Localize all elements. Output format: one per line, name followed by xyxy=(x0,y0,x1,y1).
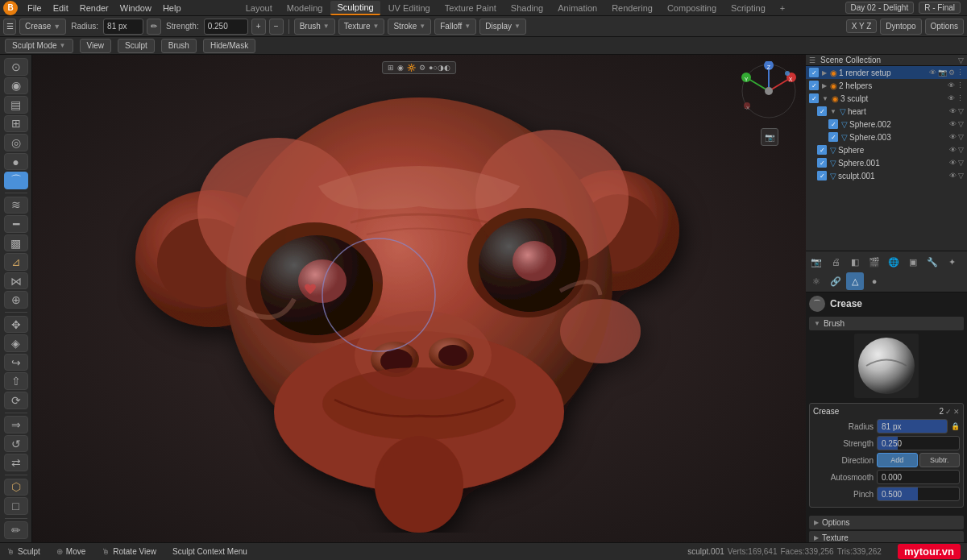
pinch-btn[interactable]: ⊕ xyxy=(4,291,28,309)
crease-check-icon[interactable]: ✓ xyxy=(945,408,952,416)
render-props-icon[interactable]: 📷 xyxy=(807,253,825,271)
world-props-icon[interactable]: 🌐 xyxy=(885,253,903,271)
inflate-btn[interactable]: ◎ xyxy=(4,134,28,151)
options-btn[interactable]: Options xyxy=(925,19,964,35)
falloff-dropdown[interactable]: Falloff▼ xyxy=(434,19,476,35)
expand-arrow-sculpt[interactable]: ▼ xyxy=(822,95,828,102)
dyntopo-btn[interactable]: Dyntopo xyxy=(880,19,921,35)
flatten-btn[interactable]: ━ xyxy=(4,215,28,233)
radius-prop-value[interactable]: 81 px xyxy=(877,419,948,433)
physics-icon[interactable]: ⚛ xyxy=(807,272,825,290)
rotate-btn[interactable]: ↺ xyxy=(4,435,28,453)
grab-btn[interactable]: ✥ xyxy=(4,316,28,334)
visibility-checkbox-sphere003[interactable]: ✓ xyxy=(828,132,838,142)
filter-sphere002[interactable]: ▽ xyxy=(958,120,964,128)
modifier-props-icon[interactable]: 🔧 xyxy=(923,253,941,271)
multiplane-btn[interactable]: ⋈ xyxy=(4,272,28,290)
brush-dropdown[interactable]: Brush▼ xyxy=(294,19,335,35)
dots-icon-sculpt[interactable]: ⋮ xyxy=(957,94,964,102)
radius-lock-icon[interactable]: 🔒 xyxy=(951,422,960,430)
nudge-btn[interactable]: ⇒ xyxy=(4,416,28,433)
tree-item-sphere001[interactable]: ✓ ▽ Sphere.001 👁 ▽ xyxy=(806,156,967,169)
tree-item-sculpt[interactable]: ✓ ▼ ◉ 3 sculpt 👁 ⋮ xyxy=(806,92,967,105)
grid-icon[interactable]: ⊞ xyxy=(388,64,394,72)
viewport[interactable]: X Y Z -X � xyxy=(32,55,806,542)
eye-icon-helpers[interactable]: 👁 xyxy=(948,81,955,89)
pinch-value[interactable]: 0.500 xyxy=(877,487,960,501)
mask-btn[interactable]: ⬡ xyxy=(4,479,28,496)
visibility-checkbox-helpers[interactable]: ✓ xyxy=(809,81,819,90)
constraints-icon[interactable]: 🔗 xyxy=(827,272,845,290)
visibility-checkbox-heart[interactable]: ✓ xyxy=(817,106,827,116)
tab-layout[interactable]: Layout xyxy=(239,2,279,15)
direction-add-btn[interactable]: Add xyxy=(877,453,918,467)
tab-animation[interactable]: Animation xyxy=(551,2,604,15)
tab-add[interactable]: + xyxy=(774,2,791,15)
filter-icon[interactable]: ▽ xyxy=(958,56,964,64)
menu-window[interactable]: Window xyxy=(115,2,156,15)
tree-item-sculpt001[interactable]: ✓ ▽ sculpt.001 👁 ▽ xyxy=(806,169,967,182)
data-props-icon[interactable]: △ xyxy=(846,272,864,290)
tree-item-sphere003[interactable]: ✓ ▽ Sphere.003 👁 ▽ xyxy=(806,131,967,143)
tab-scripting[interactable]: Scripting xyxy=(724,2,772,15)
render-icon[interactable]: 🔆 xyxy=(407,64,416,72)
visibility-checkbox-sculpt[interactable]: ✓ xyxy=(809,93,819,103)
output-props-icon[interactable]: 🖨 xyxy=(827,253,845,271)
view-menu-btn[interactable]: View xyxy=(80,39,112,53)
header-expand-btn[interactable]: ☰ xyxy=(3,19,16,35)
dots-icon-helpers[interactable]: ⋮ xyxy=(957,81,964,89)
autosmooth-value[interactable]: 0.000 xyxy=(877,470,960,484)
expand-arrow-helpers[interactable]: ▶ xyxy=(822,82,827,89)
object-icon[interactable]: ◉ xyxy=(397,64,404,72)
radius-pen-btn[interactable]: ✏ xyxy=(147,19,161,35)
outliner-tree[interactable]: ✓ ▶ ◉ 1 render setup 👁 📷 ⚙ ⋮ ✓ ▶ ◉ 2 hel… xyxy=(806,66,967,251)
tab-sculpting[interactable]: Sculpting xyxy=(330,1,380,15)
blob-btn[interactable]: ● xyxy=(4,153,28,171)
material-icon[interactable]: ● xyxy=(865,272,883,290)
radius-input[interactable] xyxy=(103,19,143,35)
tab-uv-editing[interactable]: UV Editing xyxy=(382,2,437,15)
menu-edit[interactable]: Edit xyxy=(48,2,73,15)
texture-header[interactable]: ▶ Texture xyxy=(809,531,964,542)
clay-strips-btn[interactable]: ▤ xyxy=(4,96,28,114)
display-dropdown[interactable]: Display▼ xyxy=(479,19,526,35)
sculpt-mode-btn[interactable]: Sculpt Mode ▼ xyxy=(5,39,73,53)
smooth-btn[interactable]: ≋ xyxy=(4,197,28,214)
crease-btn[interactable]: ⌒ xyxy=(4,172,28,189)
object-props-icon[interactable]: ▣ xyxy=(904,253,922,271)
visibility-checkbox-sphere002[interactable]: ✓ xyxy=(828,119,838,129)
thumb-btn[interactable]: ⇧ xyxy=(4,372,28,390)
eye-icon-sphere[interactable]: 👁 xyxy=(949,146,957,154)
stroke-dropdown[interactable]: Stroke▼ xyxy=(388,19,431,35)
tree-item-render-setup[interactable]: ✓ ▶ ◉ 1 render setup 👁 📷 ⚙ ⋮ xyxy=(806,66,967,79)
menu-help[interactable]: Help xyxy=(158,2,186,15)
viewport-overlay-icons[interactable]: ⊞ ◉ 🔆 ⚙ ●○◑◐ xyxy=(382,61,456,74)
brush-menu-btn[interactable]: Brush xyxy=(161,39,197,53)
layer-brush-btn[interactable]: ⊞ xyxy=(4,115,28,133)
expand-arrow-heart[interactable]: ▼ xyxy=(830,108,836,115)
fill-btn[interactable]: ▩ xyxy=(4,234,28,252)
brush-section-header[interactable]: ▼ Brush xyxy=(809,317,964,330)
tab-texture-paint[interactable]: Texture Paint xyxy=(438,2,503,15)
strength-input[interactable] xyxy=(204,19,248,35)
tab-compositing[interactable]: Compositing xyxy=(661,2,723,15)
filter-sphere[interactable]: ▽ xyxy=(958,146,964,154)
scene-props-icon[interactable]: 🎬 xyxy=(865,253,883,271)
eye-icon-heart[interactable]: 👁 xyxy=(949,107,957,115)
view-layer-icon[interactable]: ◧ xyxy=(846,253,864,271)
tree-item-heart[interactable]: ✓ ▼ ▽ heart 👁 ▽ xyxy=(806,105,967,118)
hide-mask-btn[interactable]: Hide/Mask xyxy=(203,39,255,53)
eye-icon-sculpt[interactable]: 👁 xyxy=(948,94,955,102)
eye-icon-sphere002[interactable]: 👁 xyxy=(949,120,957,128)
camera-view-btn[interactable]: 📷 xyxy=(761,128,778,146)
options-header[interactable]: ▶ Options xyxy=(809,516,964,529)
expand-arrow-render[interactable]: ▶ xyxy=(822,69,827,77)
menu-render[interactable]: Render xyxy=(75,2,114,15)
strength-prop-value[interactable]: 0.250 xyxy=(877,436,960,450)
tree-item-helpers[interactable]: ✓ ▶ ◉ 2 helpers 👁 ⋮ xyxy=(806,79,967,92)
orbit-gizmo[interactable]: X Y Z -X xyxy=(739,61,799,122)
tab-modeling[interactable]: Modeling xyxy=(280,2,330,15)
show-props-icon[interactable]: ⚙ xyxy=(419,64,425,72)
eye-icon-sculpt001[interactable]: 👁 xyxy=(949,172,957,180)
visibility-checkbox-render[interactable]: ✓ xyxy=(809,68,819,77)
